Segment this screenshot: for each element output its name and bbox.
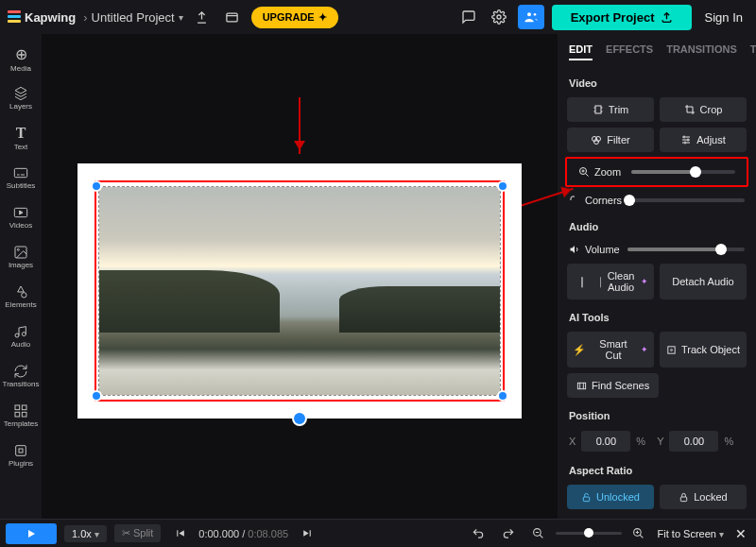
- sidebar-item-plugins[interactable]: Plugins: [2, 436, 40, 474]
- split-button[interactable]: ✂ Split: [114, 524, 161, 542]
- scene-icon: [576, 381, 587, 391]
- upload-icon[interactable]: [191, 6, 214, 28]
- zoom-slider[interactable]: [631, 170, 735, 174]
- play-button[interactable]: [6, 523, 57, 544]
- zoom-out-icon[interactable]: [527, 522, 550, 545]
- timeline-zoom-slider[interactable]: [556, 532, 622, 535]
- sidebar-item-text[interactable]: TText: [2, 119, 40, 157]
- sidebar-item-layers[interactable]: Layers: [2, 79, 40, 117]
- sidebar-item-templates[interactable]: Templates: [2, 397, 40, 435]
- text-icon: T: [16, 125, 26, 142]
- svg-rect-13: [15, 412, 20, 417]
- section-audio: Audio: [558, 212, 756, 238]
- panel-tabs: EDIT EFFECTS TRANSITIONS TIMING: [558, 34, 756, 68]
- annotation-arrow-down: [299, 97, 301, 154]
- sign-in-link[interactable]: Sign In: [699, 10, 748, 25]
- y-label: Y: [657, 436, 663, 447]
- sparkle-icon: ✦: [318, 11, 327, 24]
- section-rotate: Rotate: [558, 512, 756, 519]
- annotation-highlight-canvas: [94, 180, 505, 402]
- tab-transitions[interactable]: TRANSITIONS: [666, 43, 737, 60]
- skip-start-icon[interactable]: [168, 522, 191, 545]
- position-y-input[interactable]: [669, 431, 718, 452]
- volume-slider[interactable]: [627, 248, 745, 251]
- close-timeline-icon[interactable]: ✕: [731, 526, 750, 541]
- svg-rect-4: [14, 168, 26, 177]
- breadcrumb[interactable]: › Untitled Project ▾: [83, 10, 183, 25]
- skip-end-icon[interactable]: [296, 522, 318, 545]
- brand-kit-icon[interactable]: [221, 6, 244, 28]
- zoom-row: Zoom: [567, 161, 747, 183]
- tab-effects[interactable]: EFFECTS: [606, 43, 653, 60]
- adjust-button[interactable]: Adjust: [660, 128, 747, 152]
- resize-handle-bl[interactable]: [91, 390, 102, 402]
- timecode: 0:00.000 / 0:08.085: [198, 528, 288, 539]
- sidebar-item-elements[interactable]: Elements: [2, 278, 40, 316]
- resize-handle-tl[interactable]: [91, 180, 102, 192]
- sidebar-item-images[interactable]: Images: [2, 238, 40, 276]
- volume-row: Volume: [558, 238, 756, 261]
- svg-rect-16: [19, 449, 23, 453]
- position-x-input[interactable]: [581, 431, 630, 452]
- svg-rect-0: [227, 13, 237, 22]
- comment-icon[interactable]: [457, 6, 480, 28]
- resize-handle-tr[interactable]: [497, 180, 508, 192]
- app-name: Kapwing: [25, 10, 76, 25]
- filter-button[interactable]: Filter: [567, 128, 654, 152]
- crop-button[interactable]: Crop: [660, 97, 747, 122]
- sidebar-item-media[interactable]: ⊕Media: [2, 40, 40, 77]
- upgrade-button[interactable]: UPGRADE✦: [251, 7, 338, 28]
- image-icon: [13, 245, 28, 260]
- tab-timing[interactable]: TIMING: [750, 43, 756, 60]
- track-object-button[interactable]: Track Object: [660, 332, 747, 368]
- unlock-icon: [581, 492, 592, 503]
- right-panel: EDIT EFFECTS TRANSITIONS TIMING Video Tr…: [558, 34, 756, 519]
- svg-point-23: [671, 349, 673, 350]
- svg-point-8: [22, 293, 26, 298]
- x-label: X: [569, 436, 576, 447]
- svg-rect-14: [22, 412, 26, 417]
- svg-point-3: [533, 13, 536, 16]
- target-icon: [666, 345, 677, 355]
- section-ai: AI Tools: [558, 302, 756, 329]
- logo-icon: [8, 10, 21, 24]
- volume-icon: [569, 244, 580, 255]
- section-video: Video: [558, 68, 756, 94]
- sidebar-item-transitions[interactable]: Transitions: [2, 357, 40, 395]
- project-title: Untitled Project: [92, 10, 175, 25]
- svg-point-1: [497, 15, 501, 19]
- canvas-area[interactable]: [42, 34, 558, 519]
- redo-icon[interactable]: [497, 522, 520, 545]
- trim-button[interactable]: Trim: [567, 97, 654, 122]
- waveform-icon: ⎹⎸⎹: [573, 276, 601, 288]
- find-scenes-button[interactable]: Find Scenes: [567, 373, 659, 398]
- unlocked-button[interactable]: Unlocked: [567, 485, 654, 509]
- sidebar-item-videos[interactable]: Videos: [2, 198, 40, 236]
- corners-icon: [569, 195, 580, 206]
- sidebar-item-audio[interactable]: Audio: [2, 317, 40, 355]
- collaborate-button[interactable]: [518, 5, 544, 29]
- svg-rect-22: [668, 346, 675, 352]
- svg-rect-11: [15, 405, 20, 410]
- app-logo[interactable]: Kapwing: [8, 10, 76, 25]
- undo-icon[interactable]: [467, 522, 490, 545]
- tab-edit[interactable]: EDIT: [569, 43, 593, 60]
- detach-audio-button[interactable]: Detach Audio: [660, 264, 747, 299]
- clean-audio-button[interactable]: ⎹⎸⎹Clean Audio✦: [567, 264, 654, 299]
- settings-icon[interactable]: [488, 6, 510, 28]
- corners-slider[interactable]: [629, 198, 745, 202]
- resize-handle-br[interactable]: [497, 390, 508, 402]
- top-bar: Kapwing › Untitled Project ▾ UPGRADE✦ Ex…: [0, 0, 756, 34]
- playback-speed[interactable]: 1.0x ▾: [64, 525, 107, 542]
- svg-point-2: [527, 12, 531, 16]
- rotate-handle[interactable]: [292, 411, 307, 426]
- sidebar-item-subtitles[interactable]: Subtitles: [2, 159, 40, 197]
- canvas-stage[interactable]: [77, 163, 522, 419]
- locked-button[interactable]: Locked: [660, 485, 747, 509]
- lock-icon: [679, 492, 689, 503]
- fit-to-screen[interactable]: Fit to Screen ▾: [658, 528, 724, 539]
- left-sidebar: ⊕Media Layers TText Subtitles Videos Ima…: [0, 34, 42, 519]
- zoom-in-icon[interactable]: [627, 522, 650, 545]
- export-button[interactable]: Export Project: [552, 5, 692, 30]
- smart-cut-button[interactable]: ⚡Smart Cut✦: [567, 332, 654, 368]
